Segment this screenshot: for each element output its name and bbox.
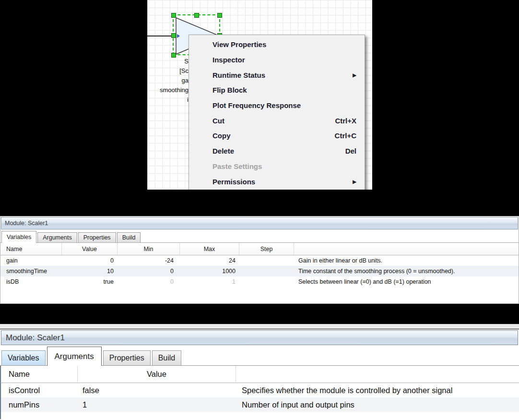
variable-value[interactable]: 0 xyxy=(62,257,118,264)
variable-max: 1 xyxy=(180,278,239,285)
variable-max[interactable]: 24 xyxy=(180,257,239,264)
argument-name: numPins xyxy=(1,400,78,409)
menu-item-inspector[interactable]: Inspector xyxy=(189,52,365,68)
tab-variables[interactable]: Variables xyxy=(1,231,36,243)
panel-title: Module: Scaler1 xyxy=(1,217,518,229)
menu-item-label: Cut xyxy=(212,117,335,125)
table-row[interactable]: gain 0 -24 24 Gain in either linear or d… xyxy=(0,255,519,266)
tab-variables[interactable]: Variables xyxy=(1,350,46,365)
table-header: Name Value xyxy=(0,365,519,383)
variable-value[interactable]: true xyxy=(62,278,118,285)
menu-item-shortcut: Ctrl+C xyxy=(335,132,356,140)
tab-bar: Variables Arguments Properties Build xyxy=(0,230,519,242)
menu-item-label: Delete xyxy=(212,147,345,155)
menu-item-label: View Properties xyxy=(212,40,356,48)
menu-item-runtime-status[interactable]: Runtime Status ▶ xyxy=(189,67,365,83)
column-header-max: Max xyxy=(180,243,239,255)
menu-item-label: Permissions xyxy=(212,178,353,186)
tab-arguments[interactable]: Arguments xyxy=(47,347,102,366)
context-menu: View Properties Inspector Runtime Status… xyxy=(189,35,365,190)
variable-value[interactable]: 10 xyxy=(62,268,118,275)
variable-max[interactable]: 1000 xyxy=(180,268,239,275)
tab-bar: Variables Arguments Properties Build xyxy=(0,345,519,365)
variable-name: gain xyxy=(0,257,62,264)
menu-item-paste-settings: Paste Settings xyxy=(189,159,365,174)
selection-handle[interactable] xyxy=(171,53,176,58)
table-filler xyxy=(0,412,519,419)
variable-name: isDB xyxy=(0,278,62,285)
menu-item-plot-frequency-response[interactable]: Plot Frequency Response xyxy=(189,98,365,113)
menu-item-shortcut: Del xyxy=(345,147,356,155)
argument-description: Number of input and output pins xyxy=(236,400,519,409)
menu-item-label: Plot Frequency Response xyxy=(212,101,356,109)
column-header-description xyxy=(294,243,519,255)
menu-item-view-properties[interactable]: View Properties xyxy=(189,37,365,52)
argument-description: Specifies whether the module is controll… xyxy=(236,386,519,395)
variable-min[interactable]: 0 xyxy=(118,268,180,275)
table-row[interactable]: smoothingTime 10 0 1000 Time constant of… xyxy=(0,266,519,276)
submenu-arrow-icon: ▶ xyxy=(353,179,356,184)
block-label-line: ga xyxy=(147,76,189,85)
column-header-name: Name xyxy=(0,243,62,255)
tab-build[interactable]: Build xyxy=(152,350,182,365)
table-row[interactable]: isDB true 0 1 Selects between linear (=0… xyxy=(0,276,519,287)
column-header-step: Step xyxy=(239,243,294,255)
argument-name: isControl xyxy=(1,386,78,395)
block-label: S [Sc ga smoothing i xyxy=(147,57,189,105)
selection-handle[interactable] xyxy=(194,13,199,18)
variable-description: Selects between linear (=0) and dB (=1) … xyxy=(294,278,519,285)
selection-handle[interactable] xyxy=(217,13,222,18)
table-row[interactable]: numPins 1 Number of input and output pin… xyxy=(0,397,519,412)
menu-item-permissions[interactable]: Permissions ▶ xyxy=(189,174,365,189)
variable-min: 0 xyxy=(118,278,180,285)
selection-handle[interactable] xyxy=(171,33,176,38)
background-strip xyxy=(0,324,519,329)
arguments-panel: Module: Scaler1 Variables Arguments Prop… xyxy=(0,329,519,420)
variable-name: smoothingTime xyxy=(0,268,62,275)
column-header-value: Value xyxy=(62,243,118,255)
argument-value[interactable]: false xyxy=(78,386,236,395)
diagram-canvas[interactable]: S [Sc ga smoothing i View Properties Ins… xyxy=(147,0,372,190)
menu-item-label: Runtime Status xyxy=(212,71,353,79)
variable-description: Gain in either linear or dB units. xyxy=(294,257,519,264)
block-label-line: smoothing xyxy=(147,85,189,95)
block-label-line: i xyxy=(147,95,189,105)
column-header-min: Min xyxy=(118,243,180,255)
column-header-description xyxy=(236,366,519,383)
argument-value[interactable]: 1 xyxy=(78,400,236,409)
variable-description: Time constant of the smoothing process (… xyxy=(294,268,519,275)
column-header-value: Value xyxy=(78,366,236,383)
table-header: Name Value Min Max Step xyxy=(0,242,519,255)
menu-item-label: Flip Block xyxy=(212,86,356,94)
menu-item-label: Copy xyxy=(212,132,335,140)
menu-item-shortcut: Ctrl+X xyxy=(335,117,356,125)
menu-item-copy[interactable]: Copy Ctrl+C xyxy=(189,128,365,144)
menu-item-cut[interactable]: Cut Ctrl+X xyxy=(189,113,365,128)
tab-properties[interactable]: Properties xyxy=(103,350,151,365)
tab-build[interactable]: Build xyxy=(117,232,141,242)
block-label-line: S xyxy=(147,57,189,66)
variables-panel: Module: Scaler1 Variables Arguments Prop… xyxy=(0,216,519,304)
column-header-name: Name xyxy=(1,366,78,383)
menu-item-delete[interactable]: Delete Del xyxy=(189,144,365,159)
tab-properties[interactable]: Properties xyxy=(78,232,116,242)
menu-item-flip-block[interactable]: Flip Block xyxy=(189,83,365,98)
tab-arguments[interactable]: Arguments xyxy=(37,232,77,242)
block-label-line: [Sc xyxy=(147,66,189,76)
submenu-arrow-icon: ▶ xyxy=(353,72,356,78)
table-row[interactable]: isControl false Specifies whether the mo… xyxy=(0,383,519,397)
variable-min[interactable]: -24 xyxy=(118,257,180,264)
panel-title: Module: Scaler1 xyxy=(1,330,518,345)
menu-item-label: Paste Settings xyxy=(212,162,356,170)
menu-item-label: Inspector xyxy=(212,56,356,64)
selection-handle[interactable] xyxy=(171,13,176,18)
